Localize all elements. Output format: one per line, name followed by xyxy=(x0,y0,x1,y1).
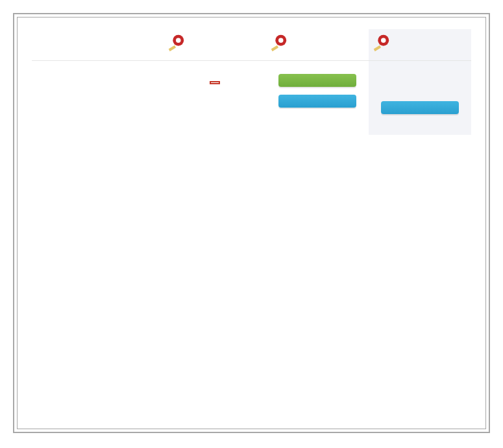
outer-frame xyxy=(13,13,490,433)
plan-header-free xyxy=(164,29,266,61)
cta-plus xyxy=(369,61,471,136)
ccleaner-logo-icon xyxy=(269,33,288,53)
svg-point-1 xyxy=(176,38,181,43)
cta-row xyxy=(32,61,471,136)
svg-point-3 xyxy=(278,38,284,43)
svg-point-5 xyxy=(381,38,386,43)
header-row xyxy=(32,29,471,61)
cta-pro xyxy=(266,61,369,136)
free-trial-button[interactable] xyxy=(278,74,356,87)
inner-frame xyxy=(17,17,486,429)
plan-header-pro xyxy=(266,29,369,61)
plus-price xyxy=(375,122,465,131)
download-link-highlight-box xyxy=(210,81,220,84)
ccleaner-logo-icon xyxy=(166,33,186,53)
comparison-table xyxy=(32,29,471,135)
buy-now-plus-button[interactable] xyxy=(381,101,459,114)
ccleaner-logo-icon xyxy=(371,33,391,53)
buy-now-pro-button[interactable] xyxy=(278,95,356,108)
plan-header-plus xyxy=(369,29,471,61)
cta-free xyxy=(164,61,266,136)
